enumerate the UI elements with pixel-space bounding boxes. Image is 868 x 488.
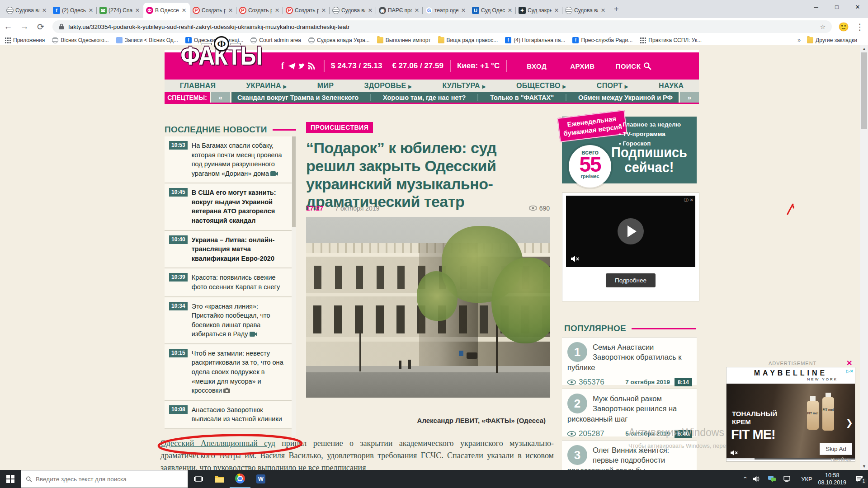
browser-tab[interactable]: Судова вла✕ [330,3,376,18]
browser-tab[interactable]: ◉ПАРЄ проси✕ [376,3,423,18]
speaker-icon[interactable] [753,476,768,482]
window-minimize-button[interactable]: ─ [806,0,826,14]
news-item[interactable]: 10:45 В США его могут казнить: вокруг вы… [165,183,296,230]
window-close-button[interactable]: ✕ [847,0,868,14]
adchoices-icon[interactable]: ▷✕ [846,369,854,374]
popular-item[interactable]: 1 Семья Анастасии Заворотнюк обратилась … [562,337,697,385]
nav-item[interactable]: НАУКА [659,82,684,90]
chat-bubbles-icon[interactable] [768,476,783,483]
task-view-icon[interactable] [188,470,209,488]
spec-topic[interactable]: Только в "ФАКТАХ" [490,94,554,101]
spec-prev-button[interactable]: « [211,92,230,103]
news-item[interactable]: 10:15 Чтоб не затмили: невесту раскритик… [165,344,296,401]
scroll-down-arrow[interactable]: ▼ [860,463,868,470]
bookmark-item[interactable]: f(4) Нотаріальна па... [505,37,565,43]
nav-item[interactable]: МИР [317,82,334,90]
browser-tab[interactable]: Gтеатр одеса✕ [423,3,469,18]
telegram-icon[interactable] [288,62,297,70]
browser-tab[interactable]: РСоздать рез✕ [236,3,283,18]
notification-center-icon[interactable]: 1 [850,476,868,483]
browser-tab[interactable]: ✦Суд закрыв✕ [516,3,562,18]
file-explorer-icon[interactable] [209,470,230,488]
forward-icon[interactable]: → [16,22,33,32]
nav-item[interactable]: ОБЩЕСТВО ▶ [516,82,566,90]
nav-item[interactable]: КУЛЬТУРА ▶ [442,82,486,90]
nav-item[interactable]: ЗДОРОВЬЕ ▶ [364,82,412,90]
tab-close-icon[interactable]: ✕ [181,7,187,14]
window-maximize-button[interactable]: □ [826,0,847,14]
scroll-up-arrow[interactable]: ▲ [860,45,868,52]
spec-topic[interactable]: Хорошо там, где нас нет? [383,94,466,101]
video-ad-screen[interactable]: ⓘ ✕ [566,196,695,267]
bookmarks-overflow-chevron[interactable]: » [797,37,801,43]
taskbar-search[interactable] [21,470,188,488]
play-button[interactable] [618,218,644,244]
browser-scrollbar[interactable]: ▲ ▼ [860,45,868,470]
language-indicator[interactable]: УКР [799,476,814,483]
tab-close-icon[interactable]: ✕ [321,7,327,14]
nav-item[interactable]: СПОРТ ▶ [597,82,628,90]
address-bar[interactable]: fakty.ua/320354-podarok-k-yubileyu-sud-r… [52,20,832,33]
twitter-icon[interactable] [297,62,307,70]
browser-tab[interactable]: РСоздать рез✕ [190,3,236,18]
tray-chevron-icon[interactable]: ⌃ [737,475,753,483]
bookmark-item[interactable]: Практика ЄСПЛ: Ук... [640,37,702,43]
back-icon[interactable]: ← [0,22,16,32]
search-button[interactable]: ПОИСК [616,62,641,70]
new-tab-button[interactable]: + [614,5,619,14]
facebook-icon[interactable]: f [278,61,288,71]
article-link[interactable]: Одесский Апелляционный суд [160,439,275,448]
browser-tab[interactable]: Судова влад✕ [4,3,50,18]
spec-topic[interactable]: Обмен между Украиной и РФ [578,94,673,101]
browser-tab[interactable]: РСоздать рез✕ [283,3,330,18]
taskbar-search-input[interactable] [36,476,183,483]
search-icon[interactable] [643,62,651,70]
network-icon[interactable] [783,476,799,482]
maybelline-ad[interactable]: MAYBELLINE NEW YORK ▷✕ ТОНАЛЬНЫЙ КРЕМ FI… [726,367,855,462]
bookmark-item[interactable]: Вища рада правос... [438,37,498,43]
tab-close-icon[interactable]: ✕ [227,7,234,14]
article-category-badge[interactable]: ПРОИСШЕСТВИЯ [306,122,373,133]
ad-more-button[interactable]: Подробнее [606,273,656,287]
rss-icon[interactable] [307,62,317,70]
bookmark-item[interactable]: Вісник Одеського... [52,37,108,43]
news-list-scrollbar[interactable] [292,136,296,436]
chrome-icon[interactable] [230,470,250,488]
other-bookmarks[interactable]: Другие закладки [807,37,857,43]
taskbar-clock[interactable]: 10:58 08.10.2019 [818,472,846,487]
nav-item[interactable]: УКРАИНА ▶ [246,82,287,90]
nav-item[interactable]: ГЛАВНАЯ [180,82,216,90]
chrome-menu-icon[interactable]: ⋮ [852,22,868,32]
ad-info-close-icons[interactable]: ⓘ ✕ [684,197,693,203]
login-button[interactable]: ВХОД [527,62,547,70]
tab-close-icon[interactable]: ✕ [274,7,280,14]
browser-tab[interactable]: ✉(274) Спам✕ [97,3,143,18]
bookmark-item[interactable]: Судова влада Укра... [308,37,370,43]
start-button[interactable] [0,470,21,488]
archive-button[interactable]: АРХИВ [570,62,594,70]
word-icon[interactable]: W [250,470,271,488]
spec-next-button[interactable]: » [680,92,699,103]
bookmark-star-icon[interactable]: ☆ [820,23,826,30]
bookmark-item[interactable]: Записи < Вісник Од... [116,37,178,43]
muted-speaker-icon[interactable] [730,450,738,456]
reload-icon[interactable]: ⟳ [33,22,49,32]
browser-tab[interactable]: f(2) Одеськи✕ [50,3,97,18]
site-logo[interactable]: Ф ФАКТЫ [178,42,264,69]
subscription-banner[interactable]: Еженедельная бумажная версия Главное за … [562,117,697,183]
bookmark-item[interactable]: fПрес-служба Ради... [572,37,632,43]
muted-speaker-icon[interactable] [571,255,580,263]
skip-ad-button[interactable]: Skip Ad [820,443,852,455]
news-item[interactable]: 10:34 Это «красная линия»: Пристайко поо… [165,297,296,344]
tab-close-icon[interactable]: ✕ [414,7,420,14]
browser-tab[interactable]: UСуд Одессы✕ [469,3,516,18]
scrollbar-thumb[interactable] [861,52,867,129]
tab-close-icon[interactable]: ✕ [460,7,467,14]
carousel-next-arrow[interactable]: ❯ [845,417,853,428]
tab-close-icon[interactable]: ✕ [367,7,373,14]
tab-close-icon[interactable]: ✕ [507,7,513,14]
news-item[interactable]: 10:08 Анастасию Заворотнюк выписали из ч… [165,401,296,429]
news-item[interactable]: 10:53 На Багамах спасли собаку, которая … [165,136,296,183]
browser-tab[interactable]: Судова вла✕ [562,3,609,18]
profile-avatar-icon[interactable]: 🙂 [835,22,852,32]
